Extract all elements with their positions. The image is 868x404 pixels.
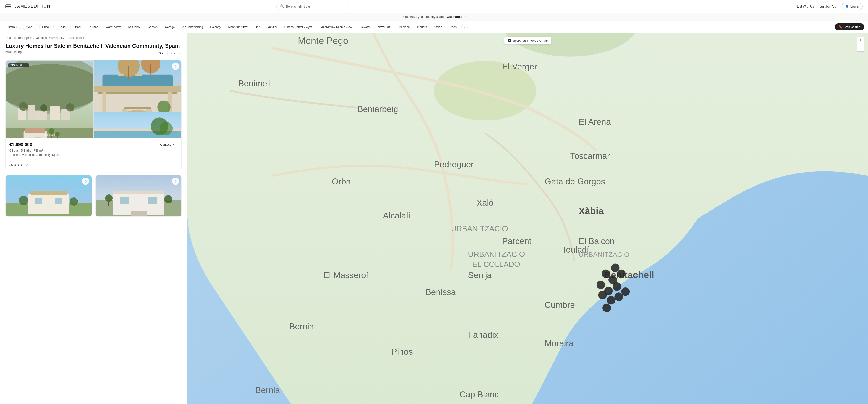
svg-rect-25 xyxy=(150,64,151,75)
listing-side-images: ♡ xyxy=(94,60,182,138)
login-button[interactable]: 👤 Log in xyxy=(842,3,863,10)
svg-text:Moraira: Moraira xyxy=(545,339,574,348)
filter-scroll-right-button[interactable]: › xyxy=(461,24,468,30)
filter-adjust-icon: ⇅ xyxy=(16,25,18,29)
svg-rect-36 xyxy=(146,109,152,112)
filter-tag-office[interactable]: Office xyxy=(432,24,445,30)
listing-images-featured: PROMOTED xyxy=(6,60,182,138)
svg-rect-13 xyxy=(25,128,45,133)
listing-grid: ♡ xyxy=(5,175,182,217)
search-as-move-control[interactable]: Search as I move the map xyxy=(504,36,551,44)
filter-tag-open[interactable]: Open xyxy=(446,24,459,30)
search-bar[interactable]: 🔍 xyxy=(276,2,349,10)
listing-small-image-2[interactable]: ♡ xyxy=(96,175,182,217)
type-label: Type xyxy=(26,25,32,29)
listing-side-img-2[interactable] xyxy=(94,86,182,112)
just-for-you-link[interactable]: Just for You xyxy=(819,5,836,8)
get-started-link[interactable]: Get started → xyxy=(447,15,466,19)
svg-point-105 xyxy=(613,283,621,291)
sort-chevron-icon: ▾ xyxy=(180,51,182,55)
filter-tag-new-built[interactable]: New Built xyxy=(375,24,393,30)
svg-text:El Verger: El Verger xyxy=(502,62,537,71)
logo-edition: EDITION xyxy=(31,4,51,8)
filter-tag-elevator[interactable]: Elevator xyxy=(356,24,373,30)
type-filter-button[interactable]: Type ▾ xyxy=(23,24,37,30)
search-input[interactable] xyxy=(286,5,346,8)
svg-text:Orba: Orba xyxy=(332,177,351,186)
svg-point-111 xyxy=(621,287,630,296)
beds-label: Beds xyxy=(59,25,65,29)
svg-rect-58 xyxy=(120,197,129,204)
favorite-button-small-1[interactable]: ♡ xyxy=(82,177,89,185)
search-as-move-checkbox[interactable] xyxy=(507,39,511,42)
svg-point-52 xyxy=(19,196,28,205)
svg-rect-59 xyxy=(148,197,157,204)
filter-tag-fireplace[interactable]: Fireplace xyxy=(395,24,412,30)
listing-main-image[interactable]: PROMOTED xyxy=(6,60,94,138)
contact-label: Contact xyxy=(160,143,170,146)
filter-tag-balcony[interactable]: Balcony xyxy=(208,24,223,30)
map-panel: Search as I move the map + − xyxy=(187,33,868,404)
filters-button[interactable]: Filters ⇅ xyxy=(4,24,21,30)
breadcrumb-current[interactable]: Benitachell ▾ xyxy=(68,36,85,39)
svg-point-9 xyxy=(40,105,48,112)
filter-tag-water-view[interactable]: Water View xyxy=(103,24,123,30)
favorite-button-1[interactable]: ♡ xyxy=(172,63,179,70)
envelope-icon: ✉ xyxy=(172,143,175,146)
breadcrumb-real-estate[interactable]: Real Estate xyxy=(5,36,21,39)
filter-tag-jacuzzi[interactable]: Jacuzzi xyxy=(264,24,279,30)
svg-text:Pedreguer: Pedreguer xyxy=(434,160,474,169)
save-search-button[interactable]: 🔖 Save search xyxy=(835,23,864,30)
svg-text:Bernia: Bernia xyxy=(255,385,280,395)
filter-tag-fitness[interactable]: Fitness Center / Gym xyxy=(281,24,315,30)
listing-small-image-1[interactable]: ♡ xyxy=(6,175,92,217)
breadcrumb-benitachell: Benitachell xyxy=(68,36,83,39)
svg-text:Fanadix: Fanadix xyxy=(468,330,498,340)
svg-point-45 xyxy=(160,122,173,135)
breadcrumb-sep-3: / xyxy=(65,36,66,39)
svg-text:Beniarbeig: Beniarbeig xyxy=(358,104,398,114)
filter-tag-terrace[interactable]: Terrace xyxy=(86,24,101,30)
svg-rect-50 xyxy=(35,198,42,204)
dot-4 xyxy=(51,134,53,136)
breadcrumb: Real Estate / Spain / Valencian Communit… xyxy=(5,33,182,41)
beds-filter-button[interactable]: Beds ▾ xyxy=(56,24,70,30)
personalize-text: Personalize your property search xyxy=(402,15,445,19)
zoom-in-button[interactable]: + xyxy=(857,36,864,44)
svg-rect-35 xyxy=(122,109,127,112)
svg-text:URBANITZACIO: URBANITZACIO xyxy=(468,250,525,258)
filter-tag-modern[interactable]: Modern xyxy=(414,24,430,30)
filter-tag-bar[interactable]: Bar xyxy=(252,24,262,30)
list-with-us-link[interactable]: List With Us xyxy=(797,5,814,8)
svg-text:Carrio: Carrio xyxy=(358,402,380,404)
filter-tag-air-conditioning[interactable]: Air Conditioning xyxy=(179,24,206,30)
breadcrumb-valencian[interactable]: Valencian Community xyxy=(36,36,64,39)
svg-point-112 xyxy=(602,304,611,312)
sort-button[interactable]: Sort: Premium ▾ xyxy=(159,51,182,55)
svg-rect-29 xyxy=(94,86,182,92)
filter-tag-garage[interactable]: Garage xyxy=(162,24,177,30)
svg-point-109 xyxy=(607,296,615,305)
breadcrumb-spain[interactable]: Spain xyxy=(24,36,32,39)
filter-tag-garden[interactable]: Garden xyxy=(145,24,160,30)
zoom-out-button[interactable]: − xyxy=(857,44,864,52)
filter-tag-panoramic[interactable]: Panoramic / Scenic View xyxy=(317,24,355,30)
svg-text:El Masserof: El Masserof xyxy=(323,270,368,280)
filter-tag-pool[interactable]: Pool xyxy=(72,24,84,30)
filter-tag-mountain-view[interactable]: Mountain View xyxy=(225,24,250,30)
svg-rect-51 xyxy=(56,198,62,204)
main-layout: Real Estate / Spain / Valencian Communit… xyxy=(0,33,868,404)
listing-side-img-1[interactable]: ♡ xyxy=(94,60,182,86)
menu-button[interactable] xyxy=(5,4,11,8)
contact-button[interactable]: Contact ✉ xyxy=(157,141,178,148)
favorite-button-small-2[interactable]: ♡ xyxy=(172,177,179,185)
svg-point-107 xyxy=(611,264,619,272)
filters-label: Filters xyxy=(7,25,14,29)
svg-point-61 xyxy=(105,195,113,202)
price-filter-button[interactable]: Price ▾ xyxy=(39,24,54,30)
filter-tag-sea-view[interactable]: Sea View xyxy=(125,24,143,30)
svg-rect-6 xyxy=(50,107,60,119)
listing-side-img-3[interactable] xyxy=(94,112,182,138)
svg-text:Toscarmar: Toscarmar xyxy=(570,151,610,161)
svg-point-19 xyxy=(55,132,59,137)
